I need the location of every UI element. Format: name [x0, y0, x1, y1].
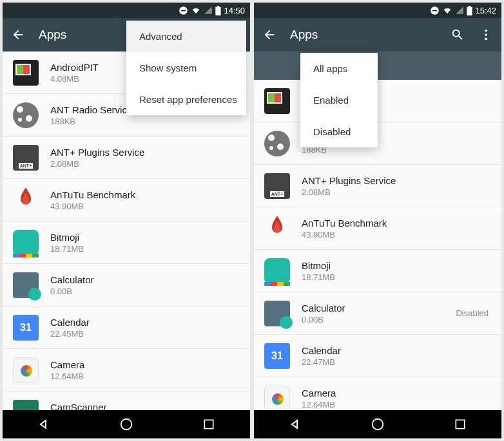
- app-info: Bitmoji18.71MB: [302, 260, 491, 282]
- app-name: AnTuTu Benchmark: [50, 189, 240, 200]
- app-row[interactable]: Bitmoji18.71MB: [3, 221, 250, 264]
- battery-icon: [467, 6, 472, 15]
- app-row[interactable]: CSCamScanner20.06MB: [3, 391, 250, 410]
- nav-home-icon[interactable]: [118, 416, 135, 433]
- app-info: AnTuTu Benchmark43.90MB: [50, 189, 240, 211]
- app-info: ANT+ Plugins Service2.08MB: [302, 175, 491, 197]
- svg-rect-5: [204, 420, 213, 428]
- app-info: Calendar22.45MB: [50, 317, 240, 339]
- dnd-icon: [430, 6, 440, 15]
- app-row[interactable]: 31Calendar22.45MB: [3, 306, 250, 349]
- filter-disabled[interactable]: Disabled: [300, 116, 378, 147]
- filter-all-apps[interactable]: All apps: [300, 53, 378, 84]
- menu-advanced[interactable]: Advanced: [126, 21, 246, 52]
- app-name: CamScanner: [50, 402, 240, 410]
- app-icon: [264, 88, 290, 114]
- wifi-icon: [191, 6, 201, 15]
- app-row[interactable]: Camera12.64MB: [254, 377, 501, 410]
- svg-rect-8: [467, 6, 472, 15]
- app-name: ANT+ Plugins Service: [302, 175, 491, 186]
- app-info: AnTuTu Benchmark43.90MB: [302, 218, 491, 239]
- app-name: AnTuTu Benchmark: [302, 218, 491, 229]
- overflow-menu: Advanced Show system Reset app preferenc…: [126, 21, 246, 115]
- overflow-icon[interactable]: [478, 27, 494, 42]
- app-name: ANT+ Plugins Service: [50, 147, 240, 158]
- app-name: Calendar: [302, 345, 491, 356]
- app-row[interactable]: Calculator0.00BDisabled: [254, 292, 501, 335]
- app-row[interactable]: [254, 80, 501, 122]
- app-size: 0.00B: [302, 315, 444, 324]
- app-row[interactable]: AnTuTu Benchmark43.90MB: [3, 179, 250, 221]
- app-row[interactable]: Calculator0.00B: [3, 264, 250, 306]
- app-icon: [264, 386, 290, 411]
- app-name: Bitmoji: [50, 232, 240, 243]
- nav-recent-icon[interactable]: [452, 416, 469, 433]
- app-row[interactable]: ANT+ Plugins Service2.08MB: [254, 165, 501, 207]
- menu-reset-prefs[interactable]: Reset app preferences: [126, 84, 246, 115]
- back-icon[interactable]: [262, 27, 277, 42]
- back-icon[interactable]: [10, 27, 26, 42]
- app-size: 43.90MB: [50, 202, 240, 211]
- svg-point-13: [373, 419, 383, 430]
- app-row[interactable]: Bitmoji18.71MB: [254, 250, 501, 292]
- dnd-icon: [179, 6, 188, 15]
- app-row[interactable]: AnTuTu Benchmark43.90MB: [254, 207, 501, 250]
- app-list[interactable]: ervice188KBANT+ Plugins Service2.08MBAnT…: [254, 80, 501, 410]
- app-size: 2.08MB: [50, 159, 240, 169]
- menu-show-system[interactable]: Show system: [126, 52, 246, 84]
- app-size: 0.00B: [50, 286, 240, 296]
- app-icon: [13, 272, 39, 298]
- status-bar: 14:50: [3, 3, 250, 18]
- app-size: 12.64MB: [50, 371, 240, 381]
- app-name: Camera: [50, 359, 240, 370]
- app-icon: CS: [13, 400, 39, 410]
- status-bar: 15:42: [254, 3, 501, 18]
- app-info: Calculator0.00B: [302, 303, 444, 324]
- app-row[interactable]: Camera12.64MB: [3, 349, 250, 391]
- nav-home-icon[interactable]: [369, 416, 386, 433]
- app-size: 18.71MB: [302, 272, 491, 282]
- app-info: Camera12.64MB: [50, 359, 240, 381]
- svg-rect-7: [432, 10, 438, 11]
- svg-rect-2: [216, 6, 221, 15]
- app-name: Camera: [302, 388, 491, 399]
- app-row[interactable]: 31Calendar22.47MB: [254, 335, 501, 377]
- nav-back-icon[interactable]: [287, 416, 304, 433]
- app-info: ANT+ Plugins Service2.08MB: [50, 147, 240, 169]
- app-info: Calculator0.00B: [50, 274, 240, 296]
- app-icon: [13, 230, 39, 256]
- status-time: 15:42: [475, 6, 496, 15]
- app-icon: [264, 173, 290, 199]
- nav-recent-icon[interactable]: [200, 416, 217, 433]
- app-icon: [13, 102, 39, 128]
- nav-back-icon[interactable]: [35, 416, 52, 433]
- svg-point-4: [121, 419, 132, 430]
- app-icon: [13, 187, 39, 213]
- app-icon: [264, 258, 290, 284]
- app-icon: 31: [264, 343, 290, 369]
- app-row[interactable]: ervice188KB: [254, 122, 501, 165]
- app-name: Bitmoji: [302, 260, 491, 271]
- app-name: Calculator: [302, 303, 444, 314]
- left-screenshot: 14:50 Apps AndroidPIT4.08MBANT Radio Ser…: [3, 3, 250, 438]
- filter-bar[interactable]: All apps: [254, 52, 501, 80]
- status-time: 14:50: [224, 6, 245, 15]
- app-size: 188KB: [50, 117, 240, 126]
- app-row[interactable]: ANT+ Plugins Service2.08MB: [3, 136, 250, 179]
- app-name: Calendar: [50, 317, 240, 328]
- app-size: 18.71MB: [50, 244, 240, 254]
- signal-icon: [204, 6, 213, 15]
- app-size: 12.64MB: [302, 400, 491, 409]
- svg-rect-9: [469, 6, 470, 8]
- app-icon: [13, 60, 39, 86]
- app-status: Disabled: [456, 308, 489, 318]
- app-icon: [264, 301, 290, 326]
- wifi-icon: [442, 6, 452, 15]
- app-info: Calendar22.47MB: [302, 345, 491, 367]
- search-icon[interactable]: [450, 27, 465, 42]
- right-screenshot: 15:42 Apps All apps ervice188KBANT+ Plug…: [254, 3, 501, 438]
- svg-point-11: [485, 33, 487, 36]
- filter-enabled[interactable]: Enabled: [300, 84, 378, 116]
- app-info: Bitmoji18.71MB: [50, 232, 240, 254]
- battery-icon: [215, 6, 221, 15]
